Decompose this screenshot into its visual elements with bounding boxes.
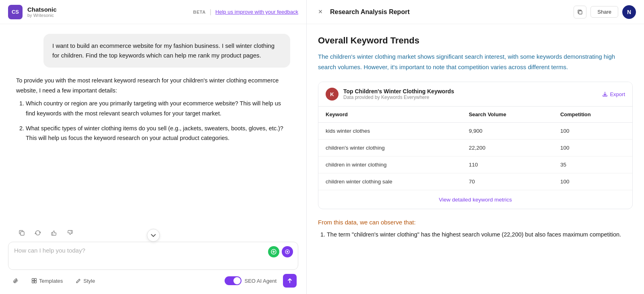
volume-cell: 9,900	[462, 123, 553, 140]
table-row: children winter clothing sale 70 100	[318, 173, 632, 190]
kw-title: Top Children's Winter Clothing Keywords	[343, 88, 454, 95]
volume-cell: 70	[462, 173, 553, 190]
observe-label: From this data, we can observe that:	[318, 219, 633, 226]
keyword-cell: children's winter clothing	[318, 140, 462, 156]
svg-rect-2	[32, 279, 34, 281]
observe-list: The term "children's winter clothing" ha…	[318, 230, 633, 240]
assistant-response: To provide you with the most relevant ke…	[16, 76, 290, 148]
chat-input-area[interactable]: How can I help you today?	[8, 242, 298, 270]
templates-label: Templates	[39, 278, 63, 284]
close-button[interactable]: ×	[315, 6, 326, 18]
col-competition: Competition	[553, 107, 632, 123]
right-panel: × Research Analysis Report Share N Overa…	[307, 0, 644, 294]
chat-area: I want to build an ecommerce website for…	[0, 24, 306, 224]
copy-report-button[interactable]	[574, 6, 586, 19]
left-header: CS Chatsonic by Writesonic BETA | Help u…	[0, 0, 306, 24]
export-button[interactable]: Export	[602, 91, 625, 97]
templates-button[interactable]: Templates	[28, 276, 66, 286]
seo-agent-toggle[interactable]	[225, 276, 242, 285]
green-action-icon[interactable]	[268, 246, 279, 257]
svg-rect-3	[35, 279, 37, 281]
svg-rect-4	[32, 281, 34, 283]
svg-rect-0	[21, 232, 24, 235]
app-name: Chatsonic	[27, 6, 57, 13]
user-message: I want to build an ecommerce website for…	[43, 34, 290, 68]
volume-cell: 22,200	[462, 140, 553, 156]
seo-agent-label: SEO AI Agent	[245, 278, 277, 284]
input-placeholder: How can I help you today?	[14, 247, 85, 254]
svg-rect-5	[35, 281, 37, 283]
app-logo: CS	[8, 5, 23, 19]
competition-cell: 100	[553, 123, 632, 140]
assistant-intro: To provide you with the most relevant ke…	[16, 76, 290, 95]
seo-agent-toggle-group: SEO AI Agent	[225, 276, 277, 285]
keyword-card: K Top Children's Winter Clothing Keyword…	[318, 82, 633, 209]
copy-action[interactable]	[16, 227, 27, 238]
keyword-table-body: kids winter clothes 9,900 100 children's…	[318, 123, 632, 190]
logo-text: Chatsonic by Writesonic	[27, 6, 57, 18]
style-label: Style	[83, 278, 95, 284]
table-row: children's winter clothing 22,200 100	[318, 140, 632, 156]
competition-cell: 100	[553, 140, 632, 156]
scroll-down-button[interactable]	[147, 229, 160, 242]
purple-action-icon[interactable]	[282, 246, 293, 257]
kw-sub: Data provided by Keywords Everywhere	[343, 95, 454, 100]
list-item: The term "children's winter clothing" ha…	[327, 230, 633, 240]
app-sub: by Writesonic	[27, 13, 57, 18]
section-title: Overall Keyword Trends	[318, 35, 633, 46]
view-metrics-link[interactable]: View detailed keyword metrics	[439, 197, 512, 203]
svg-rect-6	[579, 11, 582, 14]
left-panel: CS Chatsonic by Writesonic BETA | Help u…	[0, 0, 307, 294]
list-item: Which country or region are you primaril…	[26, 99, 290, 118]
table-row: children in winter clothing 110 35	[318, 156, 632, 173]
keyword-cell: kids winter clothes	[318, 123, 462, 140]
competition-cell: 35	[553, 156, 632, 173]
style-button[interactable]: Style	[72, 276, 98, 286]
report-title: Research Analysis Report	[330, 8, 410, 16]
competition-cell: 100	[553, 173, 632, 190]
view-metrics[interactable]: View detailed keyword metrics	[318, 190, 632, 209]
intro-text: The children's winter clothing market sh…	[318, 51, 633, 72]
share-button[interactable]: Share	[590, 6, 618, 18]
kw-logo: K	[326, 88, 339, 101]
keyword-cell: children in winter clothing	[318, 156, 462, 173]
feedback-link[interactable]: Help us improve with your feedback	[215, 9, 298, 15]
toggle-knob	[233, 277, 241, 284]
keyword-card-header: K Top Children's Winter Clothing Keyword…	[318, 82, 632, 107]
keyword-table: Keyword Search Volume Competition kids w…	[318, 107, 632, 190]
thumbs-up-action[interactable]	[48, 227, 60, 238]
thumbs-down-action[interactable]	[64, 227, 76, 238]
keyword-cell: children winter clothing sale	[318, 173, 462, 190]
kw-info: Top Children's Winter Clothing Keywords …	[343, 88, 454, 100]
input-icons	[268, 246, 293, 257]
right-header: × Research Analysis Report Share N	[307, 0, 644, 24]
table-row: kids winter clothes 9,900 100	[318, 123, 632, 140]
assistant-list: Which country or region are you primaril…	[16, 99, 290, 143]
refresh-action[interactable]	[32, 227, 43, 238]
bottom-toolbar: Templates Style SEO AI Agent	[0, 270, 306, 294]
attachment-button[interactable]	[10, 276, 22, 285]
col-keyword: Keyword	[318, 107, 462, 123]
user-avatar: N	[622, 5, 636, 19]
col-volume: Search Volume	[462, 107, 553, 123]
right-actions: Share N	[574, 5, 636, 19]
list-item: What specific types of winter clothing i…	[26, 123, 290, 143]
right-content: Overall Keyword Trends The children's wi…	[307, 24, 644, 254]
beta-badge: BETA	[193, 10, 206, 14]
export-label: Export	[610, 91, 625, 97]
volume-cell: 110	[462, 156, 553, 173]
send-button[interactable]	[283, 274, 297, 288]
header-beta: BETA | Help us improve with your feedbac…	[193, 8, 298, 16]
